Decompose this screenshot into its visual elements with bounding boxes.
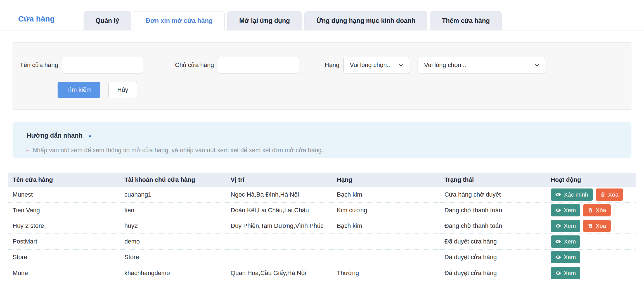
eye-icon [555, 223, 561, 229]
cell-store-name: Tien Vang [8, 202, 120, 218]
cell-status: Đã duyệt cửa hàng [440, 249, 546, 265]
cell-location: Quan Hoa,Cầu Giấy,Hà Nội [226, 265, 333, 281]
cell-status: Đã duyệt cửa hàng [440, 234, 546, 249]
rank-select[interactable]: Vui lòng chọn... [343, 57, 409, 73]
cell-actions: Xem [546, 234, 636, 249]
column-header-trang-thai: Trạng thái [440, 173, 546, 187]
quick-guide-title: Hướng dẫn nhanh [27, 132, 82, 139]
cell-location: Ngọc Hà,Ba Đình,Hà Nội [226, 187, 333, 202]
cell-owner-account: cuahang1 [120, 187, 226, 202]
action-label: Xóa [596, 223, 606, 229]
cell-rank: Bạch kim [333, 187, 440, 202]
status-select[interactable]: Vui lòng chọn... [418, 57, 545, 73]
eye-icon [555, 238, 561, 245]
delete-button[interactable]: Xóa [583, 220, 610, 232]
cancel-button[interactable]: Hủy [108, 82, 137, 98]
delete-button[interactable]: Xóa [583, 204, 610, 216]
tab-ung-dung-hang-muc-kinh-doanh[interactable]: Ứng dụng hạng mục kinh doanh [304, 11, 427, 30]
stores-table-wrap: Tên cửa hàngTài khoản chủ cửa hàngVị trí… [8, 173, 636, 281]
view-button[interactable]: Xem [551, 251, 580, 263]
view-button[interactable]: Xem [551, 204, 580, 216]
tip-bullet-icon: ▸ [27, 148, 29, 153]
action-label: Xem [564, 238, 576, 245]
view-button[interactable]: Xem [551, 220, 580, 232]
owner-label: Chủ cửa hàng [175, 61, 214, 69]
cell-actions: Xem [546, 249, 636, 265]
store-name-input[interactable] [62, 57, 143, 73]
quick-guide-panel: Hướng dẫn nhanh ▲ ▸ Nhấp vào nút xem để … [13, 122, 631, 158]
chevron-down-icon [534, 62, 540, 68]
action-label: Xem [564, 254, 576, 261]
rank-label: Hạng [325, 61, 340, 69]
view-button[interactable]: Xem [551, 235, 580, 248]
action-label: Xem [564, 270, 576, 276]
cell-owner-account: demo [120, 234, 226, 249]
column-header-ten-cua-hang: Tên cửa hàng [8, 173, 120, 187]
action-label: Xác minh [564, 191, 588, 198]
cell-location [226, 234, 333, 249]
cell-owner-account: Store [120, 249, 226, 265]
cell-store-name: PostMart [8, 234, 120, 249]
table-row: PostMartdemoĐã duyệt cửa hàngXem [8, 234, 636, 249]
tab-on-xin-mo-cua-hang[interactable]: Đơn xin mở cửa hàng [134, 11, 225, 30]
tab-bar: Cửa hàng Quản lýĐơn xin mở cửa hàngMở lạ… [0, 0, 644, 30]
action-label: Xóa [596, 207, 606, 214]
table-row: Huy 2 storehuy2Duy Phiên,Tam Dương,Vĩnh … [8, 218, 636, 234]
eye-icon [555, 207, 561, 213]
cell-status: Đã duyệt cửa hàng [440, 265, 546, 281]
search-form: Tên cửa hàng Chủ cửa hàng Hạng Vui lòng … [13, 42, 631, 110]
owner-input[interactable] [218, 57, 299, 73]
column-header-vi-tri: Vị trí [226, 173, 333, 187]
verify-button[interactable]: Xác minh [551, 188, 593, 201]
cell-actions: XemXóa [546, 218, 636, 234]
cell-owner-account: tien [120, 202, 226, 218]
table-row: Tien VangtienĐoàn Kết,Lai Châu,Lai ChâuK… [8, 202, 636, 218]
cell-rank: Kim cương [333, 202, 440, 218]
cell-actions: Xem [546, 265, 636, 281]
eye-icon [555, 270, 561, 276]
stores-table: Tên cửa hàngTài khoản chủ cửa hàngVị trí… [8, 173, 636, 281]
view-button[interactable]: Xem [551, 267, 580, 279]
cell-status: Cửa hàng chờ duyệt [440, 187, 546, 202]
tab-them-cua-hang[interactable]: Thêm cửa hàng [430, 11, 502, 30]
cell-owner-account: khachhangdemo [120, 265, 226, 281]
status-select-value: Vui lòng chọn... [424, 61, 466, 69]
table-row: StoreStoreĐã duyệt cửa hàngXem [8, 249, 636, 265]
trash-icon [588, 207, 593, 213]
eye-icon [555, 254, 561, 260]
trash-icon [588, 223, 593, 229]
collapse-triangle-icon[interactable]: ▲ [87, 133, 92, 138]
cell-store-name: Munest [8, 187, 120, 202]
page-title: Cửa hàng [18, 15, 55, 23]
tab-quan-ly[interactable]: Quản lý [84, 11, 131, 30]
column-header-hang: Hạng [333, 173, 440, 187]
table-row: Munestcuahang1Ngọc Hà,Ba Đình,Hà NộiBạch… [8, 187, 636, 202]
cell-actions: Xác minhXóa [546, 187, 636, 202]
search-button[interactable]: Tìm kiếm [58, 82, 100, 98]
table-row: MunekhachhangdemoQuan Hoa,Cầu Giấy,Hà Nộ… [8, 265, 636, 281]
delete-button[interactable]: Xóa [596, 188, 623, 201]
cell-location [226, 249, 333, 265]
table-header-row: Tên cửa hàngTài khoản chủ cửa hàngVị trí… [8, 173, 636, 187]
tab-mo-lai-ung-dung[interactable]: Mở lại ứng dụng [227, 11, 302, 30]
store-name-label: Tên cửa hàng [20, 61, 58, 69]
column-header-hoat-ong: Hoạt động [546, 173, 636, 187]
cell-store-name: Huy 2 store [8, 218, 120, 234]
action-label: Xem [564, 223, 576, 229]
tab-list: Quản lýĐơn xin mở cửa hàngMở lại ứng dụn… [84, 11, 502, 30]
cell-status: Đang chờ thanh toán [440, 218, 546, 234]
cell-store-name: Store [8, 249, 120, 265]
trash-icon [600, 192, 606, 197]
cell-rank: Thường [333, 265, 440, 281]
cell-location: Duy Phiên,Tam Dương,Vĩnh Phúc [226, 218, 333, 234]
rank-select-value: Vui lòng chọn... [350, 61, 392, 69]
cell-rank [333, 249, 440, 265]
cell-owner-account: huy2 [120, 218, 226, 234]
action-label: Xem [564, 207, 576, 214]
cell-location: Đoàn Kết,Lai Châu,Lai Châu [226, 202, 333, 218]
chevron-down-icon [398, 62, 404, 68]
eye-icon [555, 192, 561, 198]
cell-status: Đang chờ thanh toán [440, 202, 546, 218]
cell-actions: XemXóa [546, 202, 636, 218]
tip-text: Nhấp vào nút xem để xem thông tin mở cửa… [33, 147, 323, 154]
